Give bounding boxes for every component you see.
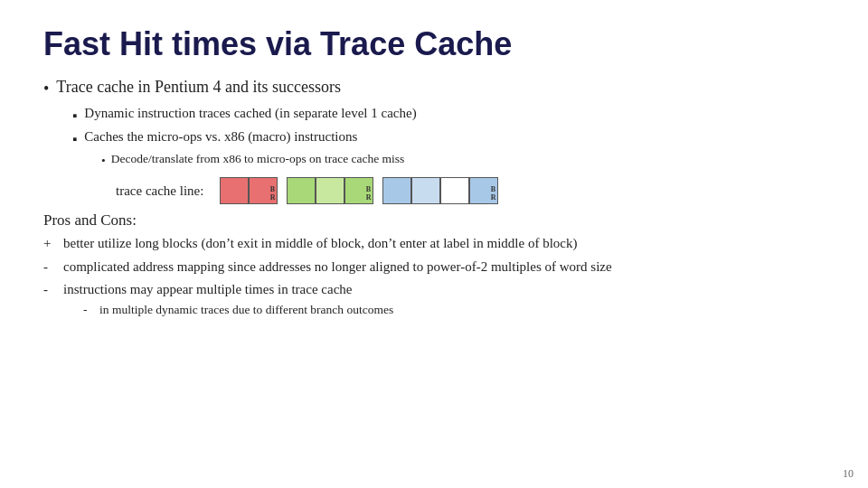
- pros-cons-title: Pros and Cons:: [43, 211, 825, 230]
- page-number: 10: [843, 467, 854, 481]
- trace-diagram: BR BR BR: [220, 177, 498, 204]
- pros-plus-text: better utilize long blocks (don’t exit i…: [63, 233, 825, 254]
- block-g2: [316, 177, 344, 204]
- pros-minus1-item: - complicated address mapping since addr…: [43, 257, 825, 277]
- slide-title: Fast Hit times via Trace Cache: [43, 25, 825, 63]
- bullet-1-sub2a-text: Decode/translate from x86 to micro-ops o…: [111, 152, 405, 166]
- block-g3-label: BR: [366, 185, 372, 202]
- bullet-1-sub1: ▪ Dynamic instruction traces cached (in …: [72, 106, 825, 127]
- bullet-1-sub2a-marker: •: [101, 152, 106, 170]
- pros-minus1-text: complicated address mapping since addres…: [63, 257, 825, 277]
- bullet-1-sub2-text: Caches the micro-ops vs. x86 (macro) ins…: [84, 129, 357, 145]
- bullet-1: • Trace cache in Pentium 4 and its succe…: [43, 78, 825, 100]
- pros-minus2-text: instructions may appear multiple times i…: [63, 279, 825, 300]
- block-r2: BR: [249, 177, 278, 204]
- pros-cons-section: Pros and Cons: + better utilize long blo…: [43, 211, 825, 317]
- bullet-1-sub1-text: Dynamic instruction traces cached (in se…: [84, 106, 416, 121]
- block-r1: [220, 177, 249, 204]
- bullet-1-sub1-marker: ▪: [72, 106, 77, 127]
- bullet-1-sub2a: • Decode/translate from x86 to micro-ops…: [101, 152, 825, 170]
- pros-minus2-item: - instructions may appear multiple times…: [43, 279, 825, 300]
- block-b1: [382, 177, 411, 204]
- block-b2: [411, 177, 440, 204]
- pros-minus2-sub: - in multiple dynamic traces due to diff…: [83, 303, 825, 317]
- block-g1: [287, 177, 316, 204]
- trace-cache-row: trace cache line: BR BR BR: [116, 177, 825, 204]
- block-r2-label: BR: [270, 185, 276, 202]
- bullet-1-sub2-marker: ▪: [72, 129, 77, 150]
- bullet-1-sub2: ▪ Caches the micro-ops vs. x86 (macro) i…: [72, 129, 825, 150]
- block-b3: [440, 177, 469, 204]
- slide: Fast Hit times via Trace Cache • Trace c…: [0, 0, 868, 488]
- pros-minus2-marker: -: [43, 279, 63, 300]
- block-b4-label: BR: [491, 185, 496, 202]
- bullet-1-marker: •: [43, 78, 49, 100]
- block-g3: BR: [344, 177, 373, 204]
- pros-minus2-sub-text: in multiple dynamic traces due to differ…: [99, 303, 393, 317]
- block-b4: BR: [469, 177, 498, 204]
- trace-cache-label: trace cache line:: [116, 183, 203, 199]
- pros-plus-item: + better utilize long blocks (don’t exit…: [43, 233, 825, 254]
- pros-plus-marker: +: [43, 233, 63, 254]
- bullet-1-text: Trace cache in Pentium 4 and its success…: [56, 78, 341, 97]
- pros-minus1-marker: -: [43, 257, 63, 277]
- pros-minus2-sub-marker: -: [83, 303, 99, 317]
